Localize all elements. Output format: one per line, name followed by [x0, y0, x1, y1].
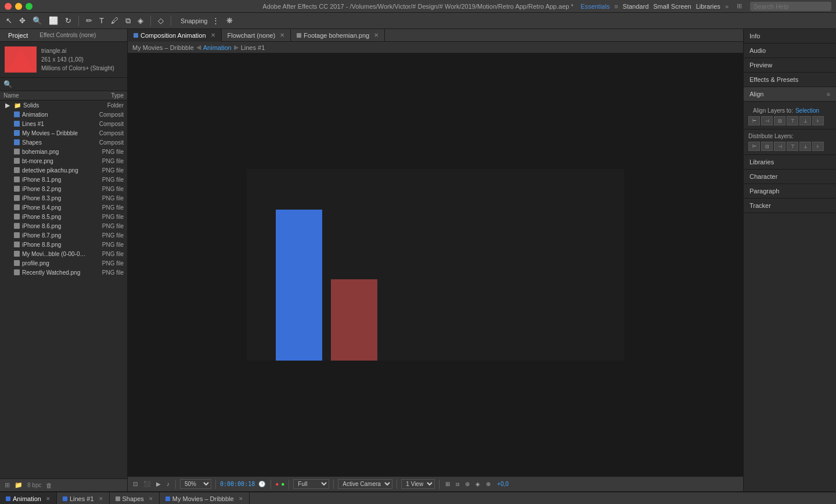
tab-footage[interactable]: Footage bohemian.png ✕ — [291, 29, 385, 42]
list-item[interactable]: Recently Watched.png PNG file — [0, 268, 127, 277]
close-tab-icon2[interactable]: ✕ — [280, 32, 284, 38]
close-tab-icon[interactable]: ✕ — [211, 32, 215, 38]
text-tool[interactable]: T — [97, 15, 106, 26]
info-label: Info — [749, 33, 760, 39]
clone-tool[interactable]: ⧉ — [123, 15, 133, 27]
tl-tab-lines[interactable]: Lines #1 ✕ — [57, 492, 110, 505]
list-item[interactable]: My Movi...bble (0-00-04-04).png PNG file — [0, 249, 127, 258]
render-btn[interactable]: ⊛ — [463, 480, 471, 488]
dist-mid-btn[interactable]: ⊥ — [799, 142, 811, 151]
list-item[interactable]: iPhone 8.3.png PNG file — [0, 193, 127, 203]
dist-right-btn[interactable]: ⊣ — [774, 142, 785, 151]
list-item[interactable]: iPhone 8.7.png PNG file — [0, 231, 127, 240]
breadcrumb-item-2[interactable]: Animation — [203, 44, 232, 51]
dist-left-btn[interactable]: ⊢ — [748, 142, 760, 151]
search-icon[interactable]: 🔍 — [3, 80, 12, 88]
color-icon2: ● — [281, 481, 284, 487]
standard-workspace[interactable]: Standard — [623, 3, 649, 10]
project-tab[interactable]: Project — [5, 32, 31, 39]
audio-btn[interactable]: ♪ — [165, 480, 171, 488]
list-item[interactable]: bt-more.png PNG file — [0, 156, 127, 165]
breadcrumb-item-1[interactable]: My Movies – Dribbble — [132, 44, 194, 51]
align-bottom-btn[interactable]: ⊦ — [812, 116, 824, 125]
list-item[interactable]: detective pikachu.png PNG file — [0, 165, 127, 175]
info-panel[interactable]: Info — [744, 29, 836, 44]
list-item[interactable]: Shapes Composit — [0, 138, 127, 147]
view-select[interactable]: 1 View — [401, 479, 435, 489]
brush-tool[interactable]: 🖊 — [109, 15, 121, 26]
list-item[interactable]: Animation Composit — [0, 110, 127, 119]
tl-tab-close2[interactable]: ✕ — [99, 496, 103, 502]
list-item[interactable]: iPhone 8.1.png PNG file — [0, 175, 127, 184]
align-center-v-btn[interactable]: ⊥ — [799, 116, 811, 125]
list-item[interactable]: My Movies – Dribbble Composit — [0, 128, 127, 138]
preview-panel[interactable]: Preview — [744, 58, 836, 73]
maximize-button[interactable] — [26, 3, 33, 10]
list-item[interactable]: bohemian.png PNG file — [0, 147, 127, 156]
puppet-tool[interactable]: ◈ — [135, 15, 146, 26]
dist-bottom-btn[interactable]: ⊦ — [812, 142, 824, 151]
smallscreen-workspace[interactable]: Small Screen — [653, 3, 691, 10]
align-top-btn[interactable]: ⊤ — [787, 116, 798, 125]
list-item[interactable]: iPhone 8.4.png PNG file — [0, 203, 127, 212]
character-panel[interactable]: Character — [744, 170, 836, 184]
camera-select[interactable]: Active Camera — [338, 479, 392, 489]
list-item[interactable]: ▶ 📁 Solids Folder — [0, 100, 127, 110]
snapping-btn2[interactable]: ❋ — [224, 15, 235, 26]
list-item[interactable]: iPhone 8.2.png PNG file — [0, 184, 127, 193]
dist-top-btn[interactable]: ⊤ — [787, 142, 798, 151]
list-item[interactable]: iPhone 8.6.png PNG file — [0, 221, 127, 231]
minimize-button[interactable] — [15, 3, 22, 10]
tab-flowchart[interactable]: Flowchart (none) ✕ — [222, 29, 291, 42]
grid-btn[interactable]: ⊞ — [444, 480, 452, 488]
align-center-h-btn[interactable]: ⊣ — [761, 116, 773, 125]
tl-tab-close[interactable]: ✕ — [46, 496, 51, 502]
audio-panel[interactable]: Audio — [744, 44, 836, 58]
camera-tool[interactable]: ⬜ — [46, 15, 60, 26]
prev-frame-btn[interactable]: ⊡ — [131, 480, 139, 488]
3d-btn[interactable]: ◈ — [474, 480, 482, 488]
essentials-workspace[interactable]: Essentials — [581, 3, 610, 10]
align-left-btn[interactable]: ⊢ — [748, 116, 760, 125]
forward-btn[interactable]: ▶ — [154, 480, 163, 488]
select-tool[interactable]: ✥ — [17, 15, 28, 26]
paragraph-panel[interactable]: Paragraph — [744, 184, 836, 199]
breadcrumb-item-3[interactable]: Lines #1 — [241, 44, 265, 51]
tl-tab-mymovies[interactable]: My Movies – Dribbble ✕ — [160, 492, 250, 505]
align-panel[interactable]: Align ≡ — [744, 87, 836, 102]
trash-icon[interactable]: 🗑 — [46, 482, 52, 489]
shape-tool[interactable]: ◇ — [156, 15, 166, 26]
zoom-select[interactable]: 50% 25% 100% — [180, 479, 211, 489]
ram-preview-btn[interactable]: ⬛ — [142, 480, 152, 488]
list-item[interactable]: iPhone 8.5.png PNG file — [0, 212, 127, 221]
tl-tab-close3[interactable]: ✕ — [149, 496, 153, 502]
pen-tool[interactable]: ✏ — [84, 15, 95, 26]
tl-tab-shapes[interactable]: Shapes ✕ — [110, 492, 160, 505]
tl-tab-animation[interactable]: Animation ✕ — [0, 492, 57, 505]
effect-controls-tab[interactable]: Effect Controls (none) — [36, 32, 99, 38]
composition-viewer[interactable] — [128, 53, 743, 476]
snapping-btn[interactable]: ⋮ — [210, 15, 222, 26]
tracker-panel[interactable]: Tracker — [744, 199, 836, 213]
arrow-tool[interactable]: ↖ — [3, 15, 15, 26]
name-column-header: Name — [3, 92, 81, 99]
align-right-btn[interactable]: ⊡ — [774, 116, 785, 125]
quality-select[interactable]: Full Half Quarter — [293, 479, 329, 489]
zoom-tool[interactable]: 🔍 — [30, 15, 44, 26]
list-item[interactable]: profile.png PNG file — [0, 258, 127, 268]
effects-presets-panel[interactable]: Effects & Presets — [744, 73, 836, 87]
dist-center-btn[interactable]: ⊡ — [761, 142, 773, 151]
mask-btn[interactable]: ⧈ — [454, 480, 461, 488]
tab-composition-animation[interactable]: Composition Animation ✕ — [128, 29, 222, 42]
list-item[interactable]: Lines #1 Composit — [0, 119, 127, 128]
motion-btn[interactable]: ⊕ — [484, 480, 492, 488]
selection-label[interactable]: Selection — [795, 107, 819, 114]
close-tab-icon3[interactable]: ✕ — [374, 32, 379, 38]
libraries-workspace[interactable]: Libraries — [696, 3, 720, 10]
list-item[interactable]: iPhone 8.8.png PNG file — [0, 240, 127, 249]
libraries-panel[interactable]: Libraries — [744, 155, 836, 170]
orbit-tool[interactable]: ↻ — [63, 15, 74, 26]
tl-tab-close4[interactable]: ✕ — [239, 496, 243, 502]
close-button[interactable] — [5, 3, 12, 10]
search-input[interactable] — [750, 2, 831, 11]
